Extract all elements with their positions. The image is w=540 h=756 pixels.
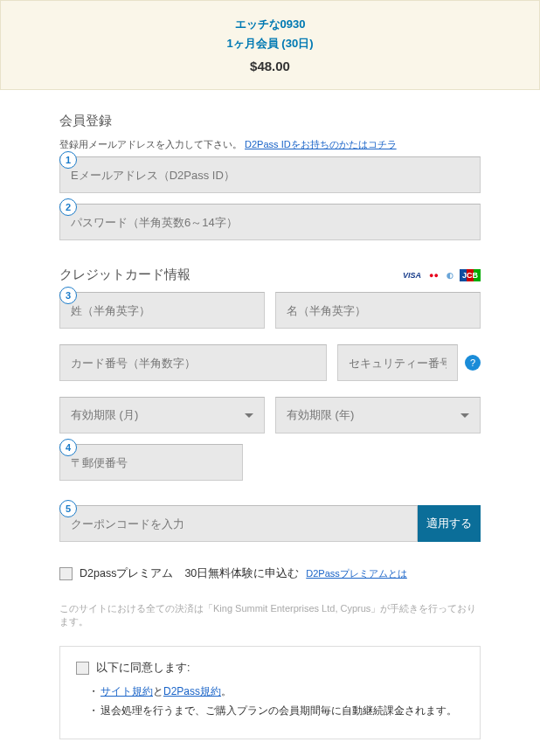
expiry-row: 有効期限 (月) 有効期限 (年)	[59, 397, 481, 433]
jcb-icon: JCB	[460, 269, 481, 281]
existing-id-link[interactable]: D2Pass IDをお持ちのかたはコチラ	[245, 139, 397, 149]
zip-field[interactable]	[59, 444, 243, 481]
premium-checkbox[interactable]	[59, 567, 73, 580]
terms-line-1: サイト規約とD2Pass規約。	[100, 684, 464, 699]
card-logos: VISA ●● ◐ JCB	[401, 269, 481, 281]
product-header: エッチな0930 1ヶ月会員 (30日) $48.00	[0, 0, 540, 90]
badge-1: 1	[59, 151, 77, 169]
cvv-field[interactable]	[337, 344, 458, 381]
cvv-info-icon[interactable]: ?	[465, 355, 481, 371]
badge-5: 5	[59, 500, 77, 517]
firstname-field[interactable]	[275, 292, 481, 329]
mastercard-icon: ●●	[427, 270, 440, 281]
diners-icon: ◐	[445, 270, 455, 281]
d2pass-terms-link[interactable]: D2Pass規約	[163, 685, 221, 697]
expiry-year-label: 有効期限 (年)	[287, 407, 354, 423]
product-title: エッチな0930	[11, 17, 529, 32]
card-section-head: クレジットカード情報 VISA ●● ◐ JCB	[59, 267, 481, 283]
premium-label: D2passプレミアム 30日無料体験に申込む	[80, 566, 299, 581]
badge-4: 4	[59, 439, 77, 456]
card-number-field[interactable]	[59, 344, 327, 381]
badge-2: 2	[59, 198, 77, 216]
payment-disclaimer: このサイトにおける全ての決済は「King Summit Enterprises …	[59, 602, 481, 628]
product-plan: 1ヶ月会員 (30日)	[11, 36, 529, 52]
agree-label: 以下に同意します:	[96, 661, 190, 676]
badge-3: 3	[59, 287, 77, 304]
password-field[interactable]	[59, 204, 481, 240]
chevron-down-icon	[460, 413, 469, 418]
apply-coupon-button[interactable]: 適用する	[418, 505, 481, 542]
premium-row: D2passプレミアム 30日無料体験に申込む D2Passプレミアムとは	[59, 566, 481, 581]
chevron-down-icon	[245, 413, 253, 418]
coupon-wrap: 5 適用する	[59, 505, 481, 542]
help-text-span: 登録用メールアドレスを入力して下さい。	[59, 139, 242, 149]
agree-checkbox[interactable]	[76, 662, 89, 675]
registration-title: 会員登録	[59, 113, 481, 129]
expiry-month-label: 有効期限 (月)	[71, 407, 138, 423]
expiry-year-select[interactable]: 有効期限 (年)	[275, 397, 481, 433]
expiry-month-select[interactable]: 有効期限 (月)	[59, 397, 265, 433]
product-price: $48.00	[11, 59, 529, 73]
zip-field-wrap: 4	[59, 444, 243, 481]
card-number-row: ?	[59, 344, 481, 381]
email-field-wrap: 1	[59, 156, 481, 193]
terms-line-2: 退会処理を行うまで、ご購入プランの会員期間毎に自動継続課金されます。	[100, 704, 464, 718]
terms-box: 以下に同意します: サイト規約とD2Pass規約。 退会処理を行うまで、ご購入プ…	[59, 646, 481, 739]
card-title: クレジットカード情報	[59, 267, 190, 283]
password-field-wrap: 2	[59, 204, 481, 240]
and-text: と	[153, 685, 163, 697]
period-text: 。	[221, 685, 232, 697]
coupon-field[interactable]	[59, 505, 418, 542]
registration-help: 登録用メールアドレスを入力して下さい。 D2Pass IDをお持ちのかたはコチラ	[59, 138, 481, 151]
email-field[interactable]	[59, 156, 481, 193]
lastname-field[interactable]	[59, 292, 265, 329]
name-row-wrap: 3	[59, 292, 481, 329]
visa-icon: VISA	[401, 270, 423, 281]
premium-info-link[interactable]: D2Passプレミアムとは	[306, 567, 407, 580]
site-terms-link[interactable]: サイト規約	[100, 685, 153, 697]
